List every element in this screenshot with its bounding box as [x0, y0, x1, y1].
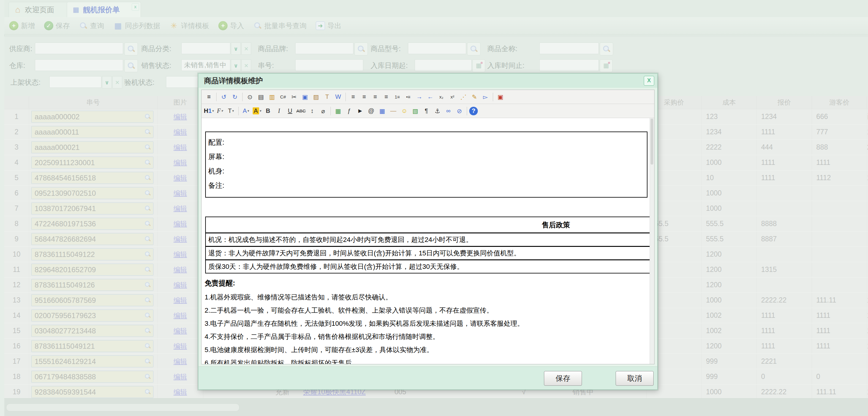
- superscript-icon[interactable]: x²: [447, 92, 458, 102]
- paste-word-icon[interactable]: W: [333, 92, 343, 102]
- ordered-list-icon[interactable]: 1≡: [392, 92, 402, 102]
- code-icon[interactable]: C#: [278, 92, 288, 102]
- horizontal-rule-icon[interactable]: —: [388, 106, 399, 116]
- toolbar-separator: [216, 93, 217, 101]
- align-right-icon[interactable]: ≡: [370, 92, 380, 102]
- indent-icon[interactable]: →: [414, 92, 425, 102]
- table-icon[interactable]: ▦: [377, 106, 388, 116]
- attachment-icon[interactable]: @: [366, 106, 376, 116]
- editor-scrollbar[interactable]: [650, 118, 654, 364]
- highlight-color-icon[interactable]: A▾: [252, 106, 262, 116]
- policy-header: 售后政策: [206, 217, 654, 233]
- align-justify-icon[interactable]: ≡: [381, 92, 392, 102]
- text-color-icon[interactable]: A▾: [241, 106, 251, 116]
- policy-row: 机况：机况成色与描述不符的，自签收时间起24小时内可免费退回，超过24小时不可退…: [206, 233, 654, 246]
- media-icon[interactable]: ►: [355, 106, 365, 116]
- image-icon[interactable]: ▦: [333, 106, 343, 116]
- template-maintenance-dialog: 商品详情模板维护 X ≡↺↻⊙▤▥C#✂▣▨TW≡≡≡≡1≡•≡→←x₂x²⋰✎…: [198, 73, 658, 390]
- toolbar-separator: [242, 93, 243, 101]
- notice-item: 3.电子产品问题产生存在随机性，无法做到100%发现，如果购买机器后发现未描述问…: [205, 320, 654, 327]
- eraser-icon[interactable]: ⌀: [318, 106, 328, 116]
- redo-icon[interactable]: ↻: [230, 92, 240, 102]
- help-icon[interactable]: ?: [469, 107, 478, 115]
- page-break-icon[interactable]: ¶: [421, 106, 432, 116]
- fullscreen-icon[interactable]: ▣: [495, 92, 506, 102]
- outdent-icon[interactable]: ←: [425, 92, 436, 102]
- emoticon-icon[interactable]: ☺: [399, 106, 409, 116]
- notice-item: 6.所有机器发出前贴防拆标，防拆标损坏的无售后。: [205, 359, 654, 364]
- cancel-button[interactable]: 取消: [616, 371, 654, 386]
- save-button[interactable]: 保存: [544, 371, 582, 386]
- align-center-icon[interactable]: ≡: [359, 92, 369, 102]
- toolbar-separator: [345, 93, 346, 101]
- unordered-list-icon[interactable]: •≡: [403, 92, 413, 102]
- gallery-icon[interactable]: ▧: [410, 106, 421, 116]
- notice-item: 5.电池健康度根据检测时间、上传时间，可能存在±3误差，具体以实物为准。: [205, 346, 654, 354]
- font-family-icon[interactable]: F▾: [215, 106, 225, 116]
- page-setup-icon[interactable]: ▥: [267, 92, 277, 102]
- toolbar-separator: [331, 107, 331, 115]
- policy-table: 售后政策 机况：机况成色与描述不符的，自签收时间起24小时内可免费退回，超过24…: [205, 216, 654, 273]
- align-left-icon[interactable]: ≡: [348, 92, 358, 102]
- spec-row: 屏幕:: [208, 149, 647, 164]
- clean-format-icon[interactable]: ⋰: [458, 92, 469, 102]
- notice-item: 2.二手机器一机一验，可能会存在人工验机、软件检测、上架录入错误等问题，不存在虚…: [205, 307, 654, 314]
- cut-icon[interactable]: ✂: [289, 92, 299, 102]
- undo-icon[interactable]: ↺: [219, 92, 229, 102]
- notice-title: 免责提醒:: [205, 278, 654, 288]
- copy-icon[interactable]: ▣: [300, 92, 310, 102]
- spec-table: 配置:屏幕:机身:备注:: [205, 132, 648, 198]
- line-height-icon[interactable]: ↕: [307, 106, 317, 116]
- select-all-icon[interactable]: ▻: [480, 92, 491, 102]
- underline-icon[interactable]: U: [285, 106, 295, 116]
- app-window: ⌂欢迎页面 ▦靓机报价单 x +新增✓保存查询▦同步列数据✳详情模板+导入批量串…: [0, 0, 868, 416]
- link-icon[interactable]: ∞: [443, 106, 454, 116]
- unlink-icon[interactable]: ⊘: [454, 106, 465, 116]
- bold-icon[interactable]: B: [263, 106, 273, 116]
- rich-text-editor: ≡↺↻⊙▤▥C#✂▣▨TW≡≡≡≡1≡•≡→←x₂x²⋰✎▻▣ H1▾F▾T▾A…: [201, 90, 654, 364]
- preview-icon[interactable]: ⊙: [245, 92, 255, 102]
- policy-row: 质保30天：非人为硬件故障免费维修，时间从签收日(含)开始计算，超过30天无保修…: [206, 259, 654, 273]
- anchor-icon[interactable]: ⚓: [432, 106, 442, 116]
- notice-item: 1.机器外观瑕疵、维修情况等已描述告知，请签收后尽快确认。: [205, 293, 654, 301]
- heading-icon[interactable]: H1▾: [204, 106, 214, 116]
- strikethrough-icon[interactable]: ABC: [296, 106, 306, 116]
- spec-row: 机身:: [208, 164, 647, 178]
- dialog-title: 商品详情模板维护: [198, 74, 657, 88]
- editor-toolbar-row1: ≡↺↻⊙▤▥C#✂▣▨TW≡≡≡≡1≡•≡→←x₂x²⋰✎▻▣: [202, 90, 654, 104]
- spec-row: 备注:: [208, 178, 647, 193]
- spec-row: 配置:: [208, 135, 647, 149]
- dialog-footer: 保存 取消: [198, 367, 657, 389]
- dialog-close-button[interactable]: X: [644, 76, 654, 85]
- notice-item: 4.不支持保价，二手产品属于非标品，销售价格根据机况和市场行情随时调整。: [205, 333, 654, 341]
- toolbar-separator: [467, 107, 467, 115]
- policy-row: 退货：非人为硬件故障7天内可免费退回，时间从签收日(含)开始计算，15日内可以免…: [206, 246, 654, 259]
- paste-text-icon[interactable]: T: [322, 92, 332, 102]
- quick-typeset-icon[interactable]: ✎: [469, 92, 479, 102]
- editor-toolbar-row2: H1▾F▾T▾A▾A▾BIUABC↕⌀▦ƒ►@▦—☺▧¶⚓∞⊘?: [202, 104, 654, 118]
- paste-icon[interactable]: ▨: [311, 92, 321, 102]
- print-icon[interactable]: ▤: [256, 92, 266, 102]
- font-size-icon[interactable]: T▾: [226, 106, 236, 116]
- subscript-icon[interactable]: x₂: [436, 92, 446, 102]
- flash-icon[interactable]: ƒ: [344, 106, 354, 116]
- editor-content[interactable]: 配置:屏幕:机身:备注: 售后政策 机况：机况成色与描述不符的，自签收时间起24…: [202, 118, 654, 364]
- source-icon[interactable]: ≡: [204, 92, 214, 102]
- italic-icon[interactable]: I: [274, 106, 284, 116]
- vscroll-thumb[interactable]: [651, 119, 653, 165]
- toolbar-separator: [238, 107, 239, 115]
